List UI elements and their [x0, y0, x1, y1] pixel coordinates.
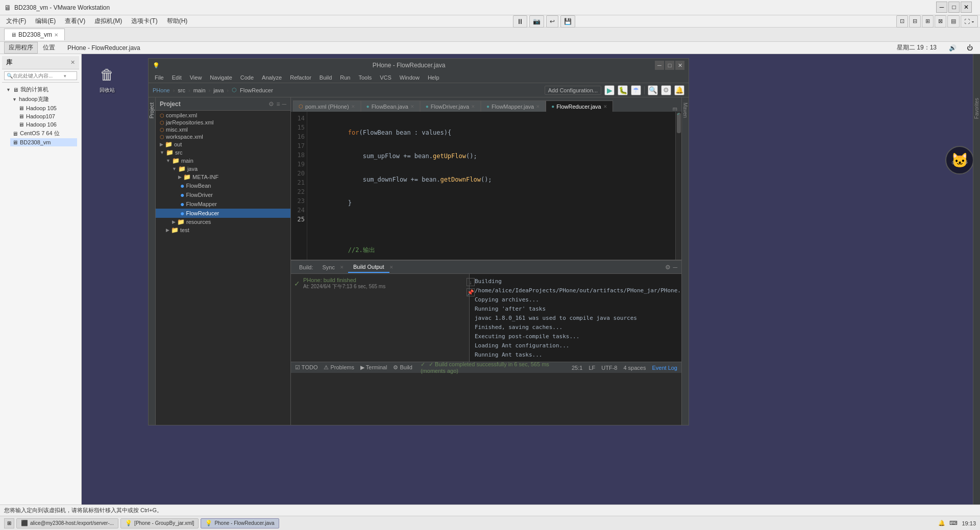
code-content[interactable]: for(FlowBean bean : values){ sum_upFlow …	[314, 112, 675, 260]
tree-centos[interactable]: 🖥 CentOS 7 64 位	[10, 129, 77, 138]
menu-vcs[interactable]: VCS	[376, 73, 396, 82]
project-java-item[interactable]: java	[213, 87, 224, 93]
menu-refactor[interactable]: Refactor	[286, 73, 315, 82]
panel-collapse-icon[interactable]: ─	[282, 100, 286, 108]
menu-run[interactable]: Run	[336, 73, 354, 82]
menu-view[interactable]: View	[186, 73, 206, 82]
sync-close-icon[interactable]: ✕	[340, 265, 344, 270]
tree-hadoop105[interactable]: 🖥 Hadoop 105	[16, 104, 77, 112]
tree-item-jarrepos[interactable]: ⬡ jarRepositories.xml	[156, 119, 290, 126]
tree-hadoop106[interactable]: 🖥 Hadoop 106	[16, 120, 77, 129]
menu-navigate[interactable]: Navigate	[206, 73, 236, 82]
search-input[interactable]	[13, 73, 64, 79]
pause-button[interactable]: ⏸	[513, 15, 527, 28]
close-button[interactable]: ✕	[961, 2, 972, 13]
build-settings-icon[interactable]: ⚙	[665, 264, 671, 271]
favorites-vertical-label[interactable]: Favorites	[973, 95, 980, 122]
tree-my-computer[interactable]: ▼ 🖥 我的计算机	[4, 85, 77, 94]
tab-flowbean[interactable]: ● FlowBean.java ✕	[361, 100, 420, 112]
menu-file[interactable]: File	[151, 73, 168, 82]
event-log-btn[interactable]: Event Log	[652, 365, 677, 371]
pin-icon[interactable]: 📌	[467, 288, 470, 296]
tree-item-flowreducer[interactable]: ● FlowReducer	[156, 209, 290, 218]
nav-places-btn[interactable]: 位置	[40, 42, 58, 53]
maximize-button[interactable]: □	[948, 2, 960, 13]
scroll-to-end-icon[interactable]: ↓	[467, 278, 470, 286]
tab-close-icon[interactable]: ✕	[536, 104, 540, 109]
tab-flowdriver[interactable]: ● FlowDriver.java ✕	[420, 100, 481, 112]
tree-hadoop-clone[interactable]: ▼ hadoop克隆	[10, 94, 77, 104]
ij-maximize-button[interactable]: □	[665, 61, 674, 70]
view-normal-button[interactable]: ⊡	[896, 15, 908, 28]
vm-tab-close[interactable]: ✕	[54, 32, 58, 38]
taskbar-flowreducer-item[interactable]: 💡 Phone - FlowReducer.java	[201, 518, 279, 528]
maven-vertical-label[interactable]: Maven	[682, 99, 689, 121]
settings-btn[interactable]: ⚙	[661, 85, 671, 95]
project-nav-item[interactable]: PHone	[153, 87, 170, 93]
project-class-item[interactable]: FlowReducer	[240, 87, 273, 93]
view-full-button[interactable]: ⊞	[922, 15, 934, 28]
tree-item-flowdriver[interactable]: ● FlowDriver	[156, 190, 290, 199]
ij-minimize-button[interactable]: ─	[655, 61, 664, 70]
menu-help[interactable]: Help	[424, 73, 444, 82]
project-main-item[interactable]: main	[193, 87, 206, 93]
menu-window[interactable]: Window	[396, 73, 424, 82]
tab-flowreducer[interactable]: ● FlowReducer.java ✕	[546, 100, 612, 112]
build-output-close-icon[interactable]: ✕	[389, 265, 394, 270]
tree-hadoop107[interactable]: 🖥 Hadoop107	[16, 112, 77, 120]
menu-tools[interactable]: Tools	[354, 73, 376, 82]
debug-btn[interactable]: 🐛	[618, 85, 628, 95]
console-button[interactable]: ▤	[947, 15, 960, 28]
taskbar-keyboard-icon[interactable]: ⌨	[949, 520, 958, 526]
vm-tab-bd2308[interactable]: 🖥 BD2308_vm ✕	[4, 29, 65, 40]
notification-btn[interactable]: 🔔	[674, 85, 684, 95]
tab-close-icon[interactable]: ✕	[410, 104, 414, 109]
tab-flowmapper[interactable]: ● FlowMapper.java ✕	[481, 100, 546, 112]
tab-close-icon[interactable]: ✕	[603, 104, 607, 109]
menu-edit[interactable]: 编辑(E)	[31, 16, 60, 27]
add-configuration-btn[interactable]: Add Configuration...	[545, 86, 601, 95]
search-dropdown-icon[interactable]: ▾	[64, 73, 66, 79]
view-split-button[interactable]: ⊟	[909, 15, 921, 28]
build-btn[interactable]: ⚙ Build	[393, 364, 412, 371]
problems-btn[interactable]: ⚠ Problems	[324, 364, 354, 371]
tree-item-out[interactable]: ▶ 📁 out	[156, 140, 290, 148]
taskbar-terminal-item[interactable]: ⬛ alice@my2308-host:/export/server-...	[16, 518, 118, 528]
menu-view[interactable]: 查看(V)	[61, 16, 89, 27]
tree-item-misc[interactable]: ⬡ misc.xml	[156, 126, 290, 133]
menu-edit[interactable]: Edit	[168, 73, 186, 82]
project-vertical-label[interactable]: Project	[149, 99, 155, 121]
tab-close-icon[interactable]: ✕	[351, 104, 355, 109]
coverage-btn[interactable]: ☂	[631, 85, 641, 95]
tree-item-flowbean[interactable]: ● FlowBean	[156, 181, 290, 190]
view-custom-button[interactable]: ⊠	[935, 15, 946, 28]
build-output-tab[interactable]: Build Output	[348, 262, 389, 273]
tree-item-metainf[interactable]: ▶ 📁 META-INF	[156, 173, 290, 181]
nav-apps-btn[interactable]: 应用程序	[4, 42, 38, 54]
sync-tab[interactable]: Sync	[317, 262, 340, 272]
todo-btn[interactable]: ☑ TODO	[295, 364, 317, 371]
tree-item-main[interactable]: ▼ 📁 main	[156, 157, 290, 165]
menu-code[interactable]: Code	[236, 73, 258, 82]
project-src-item[interactable]: src	[178, 87, 185, 93]
terminal-btn[interactable]: ▶ Terminal	[360, 364, 387, 371]
menu-tab[interactable]: 选项卡(T)	[127, 16, 161, 27]
tree-item-test[interactable]: ▶ 📁 test	[156, 226, 290, 234]
suspend-button[interactable]: 💾	[560, 15, 575, 28]
run-btn[interactable]: ▶	[604, 85, 615, 95]
maven-icon[interactable]: m	[671, 106, 679, 112]
panel-gear-icon[interactable]: ⚙	[268, 100, 274, 108]
tree-bd2308[interactable]: 🖥 BD2308_vm	[10, 138, 77, 146]
tree-item-workspace[interactable]: ⬡ workspace.xml	[156, 133, 290, 140]
taskbar-notification-icon[interactable]: 🔔	[938, 520, 945, 526]
tree-item-java[interactable]: ▼ 📁 java	[156, 165, 290, 173]
tab-close-icon[interactable]: ✕	[471, 104, 475, 109]
menu-analyze[interactable]: Analyze	[258, 73, 286, 82]
tree-item-compiler[interactable]: ⬡ compiler.xml	[156, 112, 290, 119]
tree-item-src[interactable]: ▼ 📁 src	[156, 148, 290, 157]
ij-close-button[interactable]: ✕	[675, 61, 684, 70]
menu-file[interactable]: 文件(F)	[2, 16, 30, 27]
panel-expand-icon[interactable]: ≡	[276, 100, 280, 108]
fullscreen-button[interactable]: ⛶ ▾	[961, 15, 978, 28]
taskbar-vm-display-btn[interactable]: ⊞	[4, 518, 14, 528]
